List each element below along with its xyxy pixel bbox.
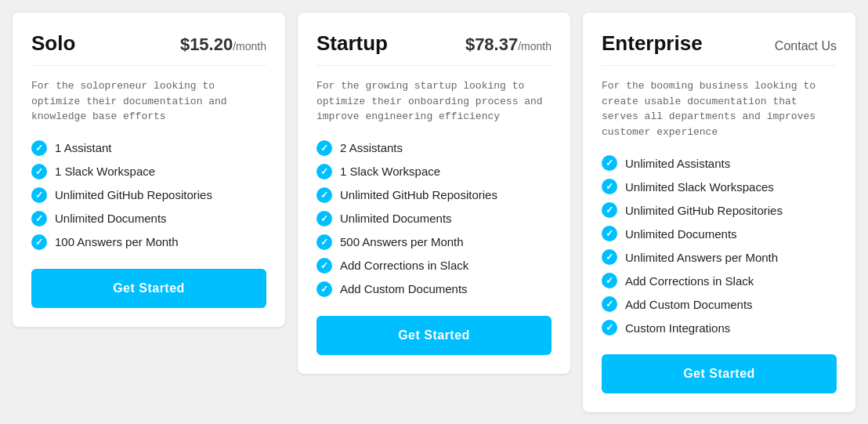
feature-text: 1 Slack Workspace — [55, 165, 155, 178]
feature-text: Unlimited GitHub Repositories — [340, 188, 497, 201]
check-icon: ✓ — [316, 140, 332, 156]
feature-text: Unlimited Documents — [55, 212, 167, 225]
feature-text: Unlimited Documents — [625, 227, 737, 241]
feature-item: ✓Unlimited Answers per Month — [602, 249, 837, 265]
feature-text: Add Corrections in Slack — [625, 274, 754, 288]
plan-name: Enterprise — [602, 31, 703, 56]
features-list: ✓2 Assistants✓1 Slack Workspace✓Unlimite… — [316, 140, 552, 297]
feature-item: ✓Add Corrections in Slack — [602, 273, 837, 288]
feature-item: ✓Unlimited GitHub Repositories — [602, 202, 837, 218]
check-icon: ✓ — [602, 273, 617, 288]
feature-text: Unlimited GitHub Repositories — [625, 204, 783, 217]
check-icon: ✓ — [31, 211, 47, 226]
feature-text: 100 Answers per Month — [55, 235, 179, 248]
get-started-button[interactable]: Get Started — [31, 269, 266, 308]
feature-item: ✓100 Answers per Month — [31, 234, 266, 250]
divider — [316, 65, 552, 66]
feature-text: Add Corrections in Slack — [340, 259, 468, 272]
check-icon: ✓ — [31, 187, 47, 203]
check-icon: ✓ — [602, 320, 617, 335]
plan-price: $78.37/month — [465, 34, 552, 55]
features-list: ✓1 Assistant✓1 Slack Workspace✓Unlimited… — [31, 140, 266, 250]
feature-item: ✓Unlimited Documents — [31, 211, 266, 226]
feature-text: Unlimited Answers per Month — [625, 251, 778, 264]
feature-item: ✓Unlimited Assistants — [602, 155, 837, 171]
check-icon: ✓ — [316, 211, 332, 226]
plan-description: For the solopreneur looking to optimize … — [31, 78, 266, 125]
plan-price: $15.20/month — [180, 34, 266, 55]
divider — [602, 65, 837, 66]
check-icon: ✓ — [316, 187, 332, 203]
check-icon: ✓ — [316, 258, 332, 274]
feature-text: Unlimited Slack Workspaces — [625, 180, 774, 194]
check-icon: ✓ — [602, 296, 617, 312]
plan-price: Contact Us — [775, 39, 837, 53]
check-icon: ✓ — [602, 249, 617, 265]
divider — [31, 65, 266, 66]
check-icon: ✓ — [31, 164, 47, 179]
check-icon: ✓ — [31, 234, 47, 250]
plan-description: For the booming business looking to crea… — [602, 78, 837, 140]
feature-text: Add Custom Documents — [625, 298, 753, 311]
check-icon: ✓ — [602, 202, 617, 218]
feature-text: 1 Slack Workspace — [340, 165, 440, 178]
feature-text: Custom Integrations — [625, 321, 730, 335]
card-header: EnterpriseContact Us — [602, 31, 837, 56]
price-amount: $78.37 — [465, 34, 518, 54]
card-header: Solo$15.20/month — [31, 31, 266, 56]
check-icon: ✓ — [316, 234, 332, 250]
check-icon: ✓ — [602, 179, 617, 194]
plan-name: Solo — [31, 31, 75, 56]
check-icon: ✓ — [316, 164, 332, 179]
pricing-card-solo: Solo$15.20/monthFor the solopreneur look… — [13, 13, 285, 327]
get-started-button[interactable]: Get Started — [316, 316, 552, 355]
feature-item: ✓Add Custom Documents — [316, 281, 552, 297]
feature-item: ✓Add Custom Documents — [602, 296, 837, 312]
feature-text: Add Custom Documents — [340, 282, 468, 295]
check-icon: ✓ — [602, 155, 617, 171]
feature-text: Unlimited GitHub Repositories — [55, 188, 212, 201]
feature-item: ✓Unlimited Documents — [602, 226, 837, 241]
plan-name: Startup — [316, 31, 388, 56]
feature-item: ✓1 Slack Workspace — [316, 164, 552, 179]
check-icon: ✓ — [316, 281, 332, 297]
check-icon: ✓ — [602, 226, 617, 241]
check-icon: ✓ — [31, 140, 47, 156]
feature-item: ✓1 Assistant — [31, 140, 266, 156]
feature-item: ✓Unlimited Documents — [316, 211, 552, 226]
price-period: /month — [518, 40, 552, 53]
feature-text: Unlimited Assistants — [625, 157, 730, 170]
pricing-container: Solo$15.20/monthFor the solopreneur look… — [13, 13, 855, 412]
feature-item: ✓Unlimited GitHub Repositories — [316, 187, 552, 203]
pricing-card-startup: Startup$78.37/monthFor the growing start… — [298, 13, 570, 374]
feature-text: 500 Answers per Month — [340, 235, 464, 248]
plan-description: For the growing startup looking to optim… — [316, 78, 552, 125]
feature-item: ✓500 Answers per Month — [316, 234, 552, 250]
feature-text: Unlimited Documents — [340, 212, 452, 225]
feature-text: 2 Assistants — [340, 141, 403, 154]
card-header: Startup$78.37/month — [316, 31, 552, 56]
feature-item: ✓1 Slack Workspace — [31, 164, 266, 179]
feature-item: ✓Unlimited Slack Workspaces — [602, 179, 837, 194]
feature-item: ✓2 Assistants — [316, 140, 552, 156]
feature-text: 1 Assistant — [55, 141, 112, 154]
get-started-button[interactable]: Get Started — [602, 354, 837, 393]
features-list: ✓Unlimited Assistants✓Unlimited Slack Wo… — [602, 155, 837, 335]
price-amount: $15.20 — [180, 34, 233, 54]
price-period: /month — [233, 40, 266, 53]
pricing-card-enterprise: EnterpriseContact UsFor the booming busi… — [583, 13, 855, 412]
feature-item: ✓Custom Integrations — [602, 320, 837, 335]
feature-item: ✓Add Corrections in Slack — [316, 258, 552, 274]
feature-item: ✓Unlimited GitHub Repositories — [31, 187, 266, 203]
